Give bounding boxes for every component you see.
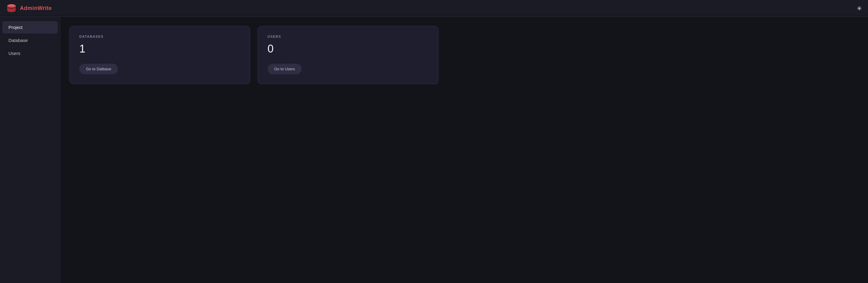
users-card: USERS 0 Go to Users [257, 26, 438, 84]
main-layout: Project Database Users DATABASES 1 Go to… [0, 17, 868, 283]
users-value: 0 [268, 42, 429, 55]
svg-point-1 [7, 4, 16, 8]
logo-icon [6, 3, 17, 14]
logo-area: AdminWrite [6, 3, 52, 14]
go-to-database-button[interactable]: Go to Datbase [79, 64, 118, 74]
sidebar: Project Database Users [0, 17, 60, 283]
settings-icon[interactable]: ✳ [857, 5, 862, 12]
databases-label: DATABASES [79, 35, 240, 38]
go-to-users-button[interactable]: Go to Users [268, 64, 302, 74]
databases-value: 1 [79, 42, 240, 55]
sidebar-item-users[interactable]: Users [2, 47, 58, 59]
header: AdminWrite ✳ [0, 0, 868, 17]
cards-row: DATABASES 1 Go to Datbase USERS 0 Go to … [69, 26, 859, 84]
databases-card: DATABASES 1 Go to Datbase [69, 26, 250, 84]
sidebar-item-project[interactable]: Project [2, 21, 58, 33]
users-label: USERS [268, 35, 429, 38]
logo-text: AdminWrite [20, 5, 52, 11]
sidebar-item-database[interactable]: Database [2, 34, 58, 46]
main-content: DATABASES 1 Go to Datbase USERS 0 Go to … [60, 17, 868, 283]
